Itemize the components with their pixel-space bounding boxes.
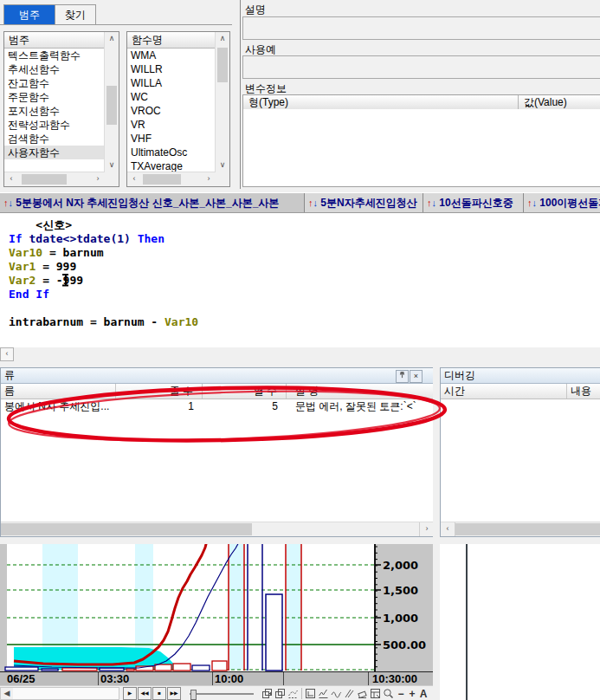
col-column[interactable]: 열 수	[203, 384, 287, 399]
list-item[interactable]: WILLR	[127, 62, 216, 76]
play-button[interactable]: ▶	[123, 687, 137, 700]
list-item[interactable]: 텍스트출력함수	[4, 49, 105, 62]
debug-hscroll-thumb[interactable]	[455, 523, 600, 535]
scroll-down-icon[interactable]: ∨	[105, 159, 119, 172]
scroll-up-icon[interactable]: ∧	[216, 32, 229, 46]
function-hscroll-thumb[interactable]	[143, 174, 181, 185]
chart-plot[interactable]: 2,0001,5001,000500.00	[0, 544, 433, 671]
scroll-right-icon[interactable]: ›	[202, 172, 216, 186]
rewind-button[interactable]: ◀◀	[138, 687, 152, 700]
formula-tab[interactable]: ↑↓ 100이평선돌파	[524, 193, 600, 212]
formula-tab[interactable]: ↑↓ 5분봉에서 N자 추세진입청산 신호_사본_사본_사본_사본	[0, 193, 305, 212]
stop-button[interactable]: ■	[152, 687, 166, 700]
replay-speed-slider[interactable]	[188, 688, 255, 699]
list-item[interactable]: VROC	[127, 104, 216, 118]
chart-window-icon[interactable]	[370, 688, 382, 700]
list-item[interactable]: WC	[127, 90, 216, 104]
trendline-icon[interactable]	[318, 688, 330, 700]
description-box	[242, 16, 600, 40]
formula-tab-label: 5분봉에서 N자 추세진입청산 신호_사본_사본_사본_사본	[13, 197, 279, 209]
debug-panel-title: 디버깅	[444, 369, 475, 381]
eraser-icon[interactable]	[357, 688, 369, 700]
svg-text:500.00: 500.00	[383, 638, 426, 651]
zoom-out-icon[interactable]: −	[396, 688, 406, 700]
list-item[interactable]: VR	[127, 118, 216, 132]
close-icon[interactable]: ×	[410, 370, 423, 383]
slider-thumb[interactable]	[190, 690, 197, 700]
col-name[interactable]: 름	[1, 384, 116, 399]
category-hscroll-thumb[interactable]	[22, 174, 67, 185]
list-item[interactable]: 사용자함수	[4, 146, 105, 159]
list-item[interactable]: 포지션함수	[4, 104, 105, 118]
col-time[interactable]: 시간	[441, 384, 567, 399]
code-line[interactable]: Var1 = 999	[0, 260, 600, 274]
list-item[interactable]: WMA	[127, 49, 216, 62]
x-axis-divider	[212, 672, 213, 686]
error-hscrollbar[interactable]: ›	[1, 522, 434, 536]
code-line[interactable]: Var2 = -999	[0, 274, 600, 288]
copy-chart-icon[interactable]	[261, 688, 274, 700]
code-line[interactable]: <신호>	[0, 218, 600, 232]
formula-tab[interactable]: ↑↓ 5분N자추세진입청산	[305, 193, 423, 212]
scroll-left-icon[interactable]: ◀	[1, 688, 13, 699]
scroll-left-icon[interactable]: ‹	[4, 172, 18, 186]
list-item[interactable]: VHF	[127, 132, 216, 146]
code-line[interactable]: End If	[0, 288, 600, 301]
panel-splitter[interactable]	[433, 362, 440, 700]
draw-lines-icon[interactable]	[344, 688, 356, 700]
pin-icon[interactable]	[396, 370, 409, 383]
list-item[interactable]: TXAverage	[127, 159, 216, 172]
scroll-up-icon[interactable]: ∧	[105, 32, 119, 46]
code-editor[interactable]: <신호>If tdate<>tdate(1) ThenVar10 = barnu…	[0, 212, 600, 353]
formula-tab[interactable]: ↑↓ 10선돌파신호중	[423, 193, 524, 212]
scroll-left-icon[interactable]: ‹	[441, 522, 455, 536]
scroll-right-icon[interactable]: ›	[419, 522, 434, 536]
error-cell: 봉에서 N자 추세진입...	[1, 399, 116, 414]
scroll-down-icon[interactable]: ∨	[216, 159, 229, 172]
wave-icon[interactable]	[331, 688, 343, 700]
function-vscroll-thumb[interactable]	[217, 48, 228, 82]
col-line[interactable]: 줄 수	[116, 384, 203, 399]
category-hscrollbar[interactable]: ‹ ›	[4, 172, 105, 186]
category-vscroll-thumb[interactable]	[106, 86, 117, 125]
col-description[interactable]: 설 명	[287, 384, 434, 399]
category-list-header[interactable]: 범주	[4, 32, 119, 49]
function-vscrollbar[interactable]: ∧ ∨	[215, 32, 229, 172]
list-item[interactable]: 검색함수	[4, 132, 105, 146]
scroll-left-icon[interactable]: ‹	[127, 172, 141, 186]
code-line[interactable]: Var10 = barnum	[0, 246, 600, 260]
crosshair-chart-icon[interactable]	[305, 688, 317, 700]
zoom-icon[interactable]	[383, 688, 395, 700]
scroll-right-icon[interactable]: ›	[91, 172, 105, 186]
forward-button[interactable]: ▶▶	[167, 687, 181, 700]
zoom-in-icon[interactable]: +	[407, 688, 417, 700]
error-hscroll-thumb[interactable]	[1, 523, 252, 535]
code-line[interactable]: If tdate<>tdate(1) Then	[0, 232, 600, 246]
function-hscrollbar[interactable]: ‹ ›	[127, 172, 216, 186]
debug-hscrollbar[interactable]: ‹	[441, 522, 600, 536]
function-list: 함수명 ▽ WMAWILLRWILLAWCVROCVRVHFUltimateOs…	[126, 31, 230, 187]
code-line[interactable]: intrabarnum = barnum - Var10	[0, 315, 600, 329]
fill-pattern-icon[interactable]	[287, 688, 300, 700]
chart-hscrollbar[interactable]: ◀	[0, 687, 119, 700]
list-item[interactable]: 추세선함수	[4, 62, 105, 76]
error-panel: 류 × 름 줄 수 열 수 설 명 봉에서 N자 추세진입...15문법 에러,…	[0, 367, 435, 537]
duplicate-chart-icon[interactable]	[274, 688, 287, 700]
scroll-left-icon[interactable]: ‹	[0, 347, 14, 361]
type-column-header[interactable]: 형(Type)	[243, 95, 519, 109]
list-item[interactable]: 전략성과함수	[4, 118, 105, 132]
list-item[interactable]: WILLA	[127, 76, 216, 90]
list-item[interactable]: UltimateOsc	[127, 146, 216, 159]
error-row[interactable]: 봉에서 N자 추세진입...15문법 에러, 잘못된 토큰:`<`	[1, 399, 434, 414]
value-column-header[interactable]: 값(Value)	[519, 95, 600, 109]
code-line[interactable]	[0, 301, 600, 315]
list-item[interactable]: 주문함수	[4, 90, 105, 104]
tab-find[interactable]: 찾기	[55, 4, 96, 24]
chart-tool-icons: −+A	[261, 688, 429, 700]
list-item[interactable]: 잔고함수	[4, 76, 105, 90]
tab-category[interactable]: 범주	[3, 4, 55, 24]
code-hscrollbar[interactable]: ‹	[0, 347, 600, 361]
text-tool-icon[interactable]: A	[418, 688, 429, 700]
col-content[interactable]: 내용	[567, 384, 600, 399]
category-vscrollbar[interactable]: ∧ ∨	[104, 32, 119, 172]
